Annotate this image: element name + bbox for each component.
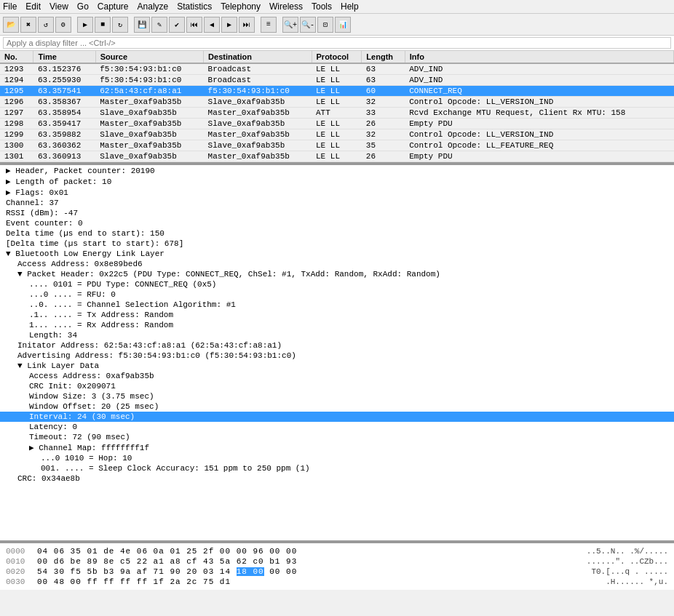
- hex-highlighted-bytes: 18 00: [237, 567, 264, 576]
- table-row[interactable]: 129563.35754162:5a:43:cf:a8:a1f5:30:54:9…: [0, 86, 674, 97]
- detail-row[interactable]: Delta time (µs end to start): 150: [0, 228, 674, 239]
- detail-row[interactable]: Access Address: 0xaf9ab35b: [0, 371, 674, 381]
- detail-row[interactable]: Access Address: 0x8e89bed6: [0, 259, 674, 269]
- menu-view[interactable]: View: [49, 1, 68, 12]
- toolbar-colorize[interactable]: ≡: [261, 17, 277, 33]
- menu-tools[interactable]: Tools: [312, 1, 332, 12]
- toolbar-io-graph[interactable]: 📊: [335, 17, 351, 33]
- detail-row[interactable]: .... 0101 = PDU Type: CONNECT_REQ (0x5): [0, 279, 674, 289]
- menubar: File Edit View Go Capture Analyze Statis…: [0, 0, 674, 14]
- col-no: No.: [0, 51, 33, 63]
- toolbar-start[interactable]: ▶: [77, 17, 93, 33]
- toolbar-jump-last[interactable]: ⏭: [239, 17, 255, 33]
- hex-pane: 000004 06 35 01 de 4e 06 0a 01 25 2f 00 …: [0, 542, 674, 590]
- detail-row[interactable]: Window Offset: 20 (25 msec): [0, 401, 674, 412]
- detail-row[interactable]: 1... .... = Rx Address: Random: [0, 320, 674, 330]
- table-row[interactable]: 129663.358367Master_0xaf9ab35bSlave_0xaf…: [0, 97, 674, 108]
- toolbar-options[interactable]: ⚙: [55, 17, 71, 33]
- detail-row[interactable]: Event counter: 0: [0, 218, 674, 228]
- col-destination: Destination: [204, 51, 312, 63]
- toolbar-filter-edit[interactable]: ✎: [151, 17, 167, 33]
- toolbar-reload[interactable]: ↺: [38, 17, 54, 33]
- packet-detail-pane: ▶ Header, Packet counter: 20190▶ Length …: [0, 164, 674, 542]
- menu-wireless[interactable]: Wireless: [269, 1, 303, 12]
- toolbar-filter-check[interactable]: ✔: [169, 17, 185, 33]
- toolbar-close[interactable]: ✖: [20, 17, 36, 33]
- packet-list-body: 129363.152376f5:30:54:93:b1:c0BroadcastL…: [0, 63, 674, 162]
- table-row[interactable]: 129363.152376f5:30:54:93:b1:c0BroadcastL…: [0, 63, 674, 75]
- menu-statistics[interactable]: Statistics: [177, 1, 212, 12]
- detail-row[interactable]: ▼ Bluetooth Low Energy Link Layer: [0, 249, 674, 259]
- toolbar-zoom-fit[interactable]: ⊡: [317, 17, 333, 33]
- toolbar-filter-save[interactable]: 💾: [134, 17, 150, 33]
- detail-row[interactable]: [Delta time (µs start to start): 678]: [0, 239, 674, 249]
- col-time: Time: [33, 51, 95, 63]
- toolbar-stop[interactable]: ■: [95, 17, 111, 33]
- table-row[interactable]: 129963.359882Slave_0xaf9ab35bMaster_0xaf…: [0, 129, 674, 140]
- packet-list-pane: No. Time Source Destination Protocol Len…: [0, 51, 674, 164]
- menu-file[interactable]: File: [3, 1, 17, 12]
- hex-row: 001000 d6 be 89 8e c5 22 a1 a8 cf 43 5a …: [6, 556, 668, 567]
- detail-row[interactable]: .1.. .... = Tx Address: Random: [0, 310, 674, 320]
- table-row[interactable]: 130163.360913Slave_0xaf9ab35bMaster_0xaf…: [0, 151, 674, 162]
- detail-row[interactable]: Window Size: 3 (3.75 msec): [0, 391, 674, 401]
- menu-analyze[interactable]: Analyze: [138, 1, 169, 12]
- col-length: Length: [362, 51, 405, 63]
- toolbar-jump-prev[interactable]: ◀: [204, 17, 220, 33]
- table-row[interactable]: 129763.358954Slave_0xaf9ab35bMaster_0xaf…: [0, 108, 674, 119]
- detail-row[interactable]: ▼ Link Layer Data: [0, 361, 674, 371]
- detail-row[interactable]: Advertising Address: f5:30:54:93:b1:c0 (…: [0, 351, 674, 361]
- table-row[interactable]: 130063.360362Master_0xaf9ab35bSlave_0xaf…: [0, 140, 674, 151]
- detail-row[interactable]: ▶ Header, Packet counter: 20190: [0, 165, 674, 176]
- detail-row[interactable]: Channel: 37: [0, 198, 674, 208]
- menu-help[interactable]: Help: [341, 1, 359, 12]
- detail-row[interactable]: 001. .... = Sleep Clock Accuracy: 151 pp…: [0, 463, 674, 473]
- detail-row[interactable]: CRC Init: 0x209071: [0, 381, 674, 391]
- menu-go[interactable]: Go: [77, 1, 89, 12]
- detail-row[interactable]: ▶ Channel Map: ffffffff1f: [0, 442, 674, 453]
- menu-capture[interactable]: Capture: [98, 1, 129, 12]
- hex-body: 000004 06 35 01 de 4e 06 0a 01 25 2f 00 …: [6, 546, 668, 587]
- filter-input[interactable]: [3, 37, 671, 49]
- detail-row[interactable]: CRC: 0x34ae8b: [0, 473, 674, 484]
- detail-row[interactable]: Timeout: 72 (90 msec): [0, 432, 674, 442]
- detail-row[interactable]: ...0 1010 = Hop: 10: [0, 453, 674, 463]
- hex-row: 003000 48 00 ff ff ff ff 1f 2a 2c 75 d1.…: [6, 577, 668, 587]
- detail-row[interactable]: Interval: 24 (30 msec): [0, 412, 674, 422]
- filter-bar: [0, 36, 674, 51]
- packet-list-header: No. Time Source Destination Protocol Len…: [0, 51, 674, 63]
- hex-row: 002054 30 f5 5b b3 9a af 71 90 20 03 14 …: [6, 567, 668, 577]
- detail-row[interactable]: ..0. .... = Channel Selection Algorithm:…: [0, 300, 674, 310]
- menu-edit[interactable]: Edit: [25, 1, 41, 12]
- detail-row[interactable]: Initator Address: 62:5a:43:cf:a8:a1 (62:…: [0, 340, 674, 351]
- toolbar-restart[interactable]: ↻: [112, 17, 128, 33]
- detail-row[interactable]: RSSI (dBm): -47: [0, 208, 674, 218]
- toolbar-jump-first[interactable]: ⏮: [186, 17, 202, 33]
- col-info: Info: [405, 51, 673, 63]
- detail-row[interactable]: ▼ Packet Header: 0x22c5 (PDU Type: CONNE…: [0, 269, 674, 279]
- toolbar-zoom-in[interactable]: 🔍+: [282, 17, 298, 33]
- toolbar-zoom-out[interactable]: 🔍-: [300, 17, 316, 33]
- detail-body: ▶ Header, Packet counter: 20190▶ Length …: [0, 165, 674, 484]
- table-row[interactable]: 129863.359417Master_0xaf9ab35bSlave_0xaf…: [0, 119, 674, 129]
- col-protocol: Protocol: [312, 51, 362, 63]
- detail-row[interactable]: Latency: 0: [0, 422, 674, 432]
- packet-list-table: No. Time Source Destination Protocol Len…: [0, 51, 674, 162]
- col-source: Source: [95, 51, 203, 63]
- toolbar-open[interactable]: 📂: [3, 17, 19, 33]
- detail-row[interactable]: ▶ Flags: 0x01: [0, 187, 674, 198]
- toolbar-jump-next[interactable]: ▶: [221, 17, 237, 33]
- hex-row: 000004 06 35 01 de 4e 06 0a 01 25 2f 00 …: [6, 546, 668, 556]
- detail-row[interactable]: Length: 34: [0, 330, 674, 340]
- detail-row[interactable]: ...0 .... = RFU: 0: [0, 289, 674, 300]
- detail-row[interactable]: ▶ Length of packet: 10: [0, 176, 674, 187]
- table-row[interactable]: 129463.255930f5:30:54:93:b1:c0BroadcastL…: [0, 75, 674, 86]
- menu-telephony[interactable]: Telephony: [221, 1, 261, 12]
- toolbar: 📂 ✖ ↺ ⚙ ▶ ■ ↻ 💾 ✎ ✔ ⏮ ◀ ▶ ⏭ ≡ 🔍+ 🔍- ⊡ 📊: [0, 14, 674, 36]
